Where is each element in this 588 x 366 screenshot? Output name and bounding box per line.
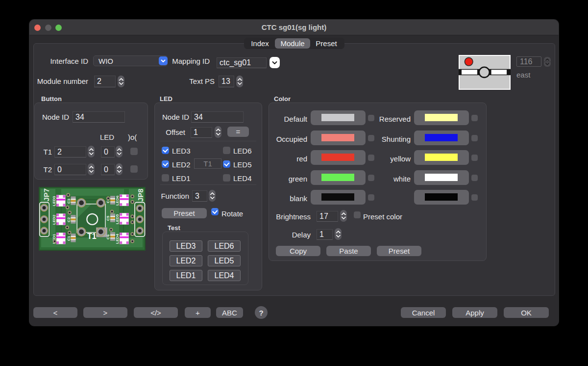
svg-text:C5: C5 [106, 215, 110, 221]
svg-text:LED4: LED4 [115, 234, 120, 244]
svg-text:C6: C6 [106, 234, 110, 239]
svg-text:C3: C3 [67, 198, 71, 204]
svg-text:LED6: LED6 [115, 195, 120, 206]
svg-text:C2: C2 [67, 217, 71, 222]
svg-text:JP7: JP7 [42, 188, 50, 202]
svg-text:LED3: LED3 [52, 196, 56, 206]
svg-text:C1: C1 [67, 235, 71, 241]
svg-text:LED2: LED2 [52, 214, 56, 225]
svg-text:LED5: LED5 [115, 214, 120, 224]
svg-text:T1: T1 [87, 232, 97, 240]
